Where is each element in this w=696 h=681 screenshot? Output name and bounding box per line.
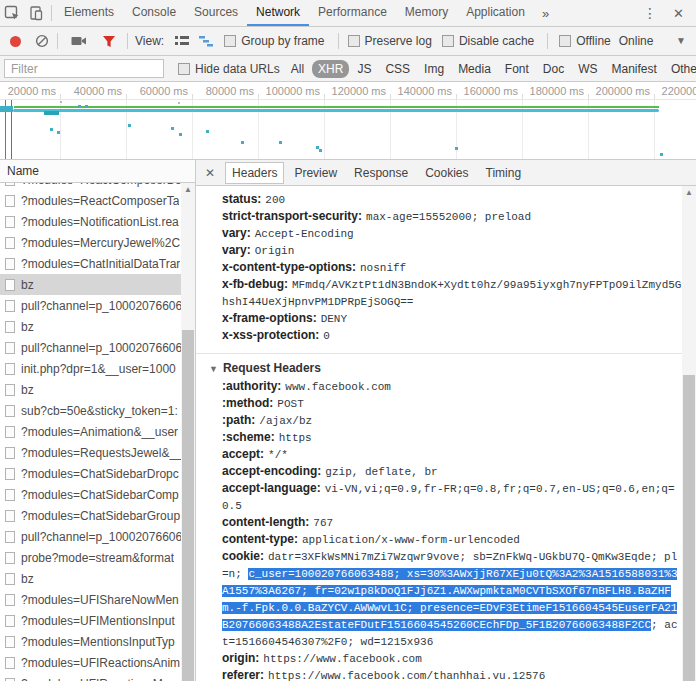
header-line[interactable]: origin:https://www.facebook.com	[196, 650, 682, 667]
request-row[interactable]: init.php?dpr=1&__user=1000	[0, 358, 181, 379]
request-row[interactable]: ?modules=Animation&__user	[0, 421, 181, 442]
header-line[interactable]: vary:Accept-Encoding	[196, 225, 682, 242]
group-by-frame-checkbox[interactable]: Group by frame	[224, 34, 324, 48]
devtools-tab[interactable]: Application	[457, 0, 534, 26]
offline-checkbox[interactable]: Offline	[559, 34, 610, 48]
header-line[interactable]: :method:POST	[196, 395, 682, 412]
checkbox-icon[interactable]	[559, 35, 571, 47]
request-headers-section[interactable]: ▼Request Headers	[196, 353, 682, 378]
request-row[interactable]: pull?channel=p_10002076606	[0, 295, 181, 316]
request-row[interactable]: pull?channel=p_10002076606	[0, 337, 181, 358]
screenshot-camera-icon[interactable]	[67, 30, 91, 52]
details-tab[interactable]: Timing	[479, 162, 529, 184]
header-line[interactable]: x-xss-protection:0	[196, 327, 682, 344]
request-row[interactable]: ?modules=UFIMentionsInput	[0, 610, 181, 631]
clear-icon[interactable]	[30, 30, 54, 52]
details-tab[interactable]: Preview	[287, 162, 344, 184]
header-line[interactable]: referer:https://www.facebook.com/thanhha…	[196, 667, 682, 681]
view-waterfall-icon[interactable]	[194, 30, 218, 52]
device-toolbar-icon[interactable]	[24, 2, 48, 24]
checkbox-icon[interactable]	[442, 35, 454, 47]
details-scrollbar[interactable]: ▲	[682, 186, 696, 681]
request-row[interactable]: ?modules=ReactComposerBo	[0, 183, 181, 190]
filter-chip[interactable]: XHR	[312, 60, 349, 78]
header-line[interactable]: :scheme:https	[196, 429, 682, 446]
header-line[interactable]: accept-language:vi-VN,vi;q=0.9,fr-FR;q=0…	[196, 480, 682, 514]
checkbox-icon[interactable]	[224, 35, 236, 47]
timeline-ruler[interactable]: 20000 ms40000 ms60000 ms80000 ms100000 m…	[0, 82, 696, 100]
details-tab[interactable]: Response	[347, 162, 415, 184]
disable-cache-checkbox[interactable]: Disable cache	[442, 34, 534, 48]
devtools-tab[interactable]: Sources	[185, 0, 247, 26]
more-tabs-icon[interactable]: »	[534, 6, 557, 21]
header-line[interactable]: status:200	[196, 191, 682, 208]
view-list-icon[interactable]	[170, 30, 194, 52]
name-column-header[interactable]: Name	[0, 160, 195, 183]
devtools-tab[interactable]: Performance	[309, 0, 396, 26]
record-icon[interactable]	[10, 36, 21, 47]
request-row[interactable]: bz	[0, 379, 181, 400]
request-row[interactable]: ?modules=UFIReactionsAnim	[0, 652, 181, 673]
header-line[interactable]: accept-encoding:gzip, deflate, br	[196, 463, 682, 480]
filter-chip[interactable]: Img	[418, 60, 450, 78]
request-row[interactable]: ?modules=ChatInitialDataTrar	[0, 253, 181, 274]
inspect-element-icon[interactable]	[0, 2, 24, 24]
request-row[interactable]: ?modules=ReactComposerTa	[0, 190, 181, 211]
header-line[interactable]: x-frame-options:DENY	[196, 310, 682, 327]
filter-chip[interactable]: JS	[351, 60, 377, 78]
request-row[interactable]: ?modules=ChatSidebarDropc	[0, 463, 181, 484]
request-row[interactable]: ?modules=NotificationList.rea	[0, 211, 181, 232]
filter-input[interactable]	[4, 59, 164, 78]
header-line[interactable]: strict-transport-security:max-age=155520…	[196, 208, 682, 225]
hide-data-urls-checkbox[interactable]: Hide data URLs	[178, 62, 280, 76]
request-row[interactable]: ?modules=ChatSidebarComp	[0, 484, 181, 505]
details-tab[interactable]: Cookies	[418, 162, 475, 184]
request-row[interactable]: pull?channel=p_10002076606	[0, 526, 181, 547]
network-overview[interactable]	[0, 100, 696, 160]
checkbox-icon[interactable]	[348, 35, 360, 47]
preserve-log-checkbox[interactable]: Preserve log	[348, 34, 432, 48]
header-line[interactable]: content-type:application/x-www-form-urle…	[196, 531, 682, 548]
scrollbar-thumb[interactable]	[683, 375, 695, 681]
close-details-icon[interactable]: ✕	[196, 166, 225, 180]
header-line[interactable]: x-content-type-options:nosniff	[196, 259, 682, 276]
devtools-tab[interactable]: Memory	[396, 0, 457, 26]
request-row[interactable]: ?modules=MercuryJewel%2C	[0, 232, 181, 253]
header-line[interactable]: x-fb-debug:MFmdq/AVKztPt1dN3BndoK+Xydtt0…	[196, 276, 682, 310]
devtools-tab[interactable]: Elements	[55, 0, 123, 26]
scroll-up-icon[interactable]: ▲	[682, 186, 696, 199]
header-line[interactable]: accept:*/*	[196, 446, 682, 463]
devtools-menu-icon[interactable]: ⋮	[633, 5, 667, 21]
request-row[interactable]: ?modules=RequestsJewel&__	[0, 442, 181, 463]
filter-chip[interactable]: Manifest	[606, 60, 663, 78]
request-row[interactable]: bz	[0, 274, 181, 295]
filter-chip[interactable]: All	[285, 60, 310, 78]
scrollbar-thumb[interactable]	[182, 330, 194, 681]
scroll-up-icon[interactable]: ▲	[181, 183, 195, 196]
request-row[interactable]: ?modules=UFIReactionsMen	[0, 673, 181, 681]
header-line[interactable]: :authority:www.facebook.com	[196, 378, 682, 395]
throttling-select[interactable]: Online	[619, 34, 654, 48]
devtools-tab[interactable]: Console	[123, 0, 185, 26]
header-line[interactable]: cookie:datr=3XFkWsMNi7mZi7Wzqwr9vove; sb…	[196, 548, 682, 650]
filter-chip[interactable]: Other	[665, 60, 696, 78]
header-line[interactable]: vary:Origin	[196, 242, 682, 259]
request-list-scrollbar[interactable]: ▲	[181, 183, 195, 681]
collapse-triangle-icon[interactable]: ▼	[209, 364, 218, 374]
devtools-tab[interactable]: Network	[247, 0, 309, 26]
request-row[interactable]: probe?mode=stream&format	[0, 547, 181, 568]
checkbox-icon[interactable]	[178, 63, 190, 75]
request-row[interactable]: ?modules=ChatSidebarGroup	[0, 505, 181, 526]
filter-chip[interactable]: Font	[499, 60, 535, 78]
filter-chip[interactable]: CSS	[379, 60, 416, 78]
details-tab[interactable]: Headers	[225, 162, 284, 184]
filter-funnel-icon[interactable]	[97, 30, 121, 52]
filter-chip[interactable]: Doc	[537, 60, 570, 78]
request-row[interactable]: bz	[0, 316, 181, 337]
request-row[interactable]: ?modules=MentionsInputTyp	[0, 631, 181, 652]
request-row[interactable]: sub?cb=50e&sticky_token=1:	[0, 400, 181, 421]
filter-chip[interactable]: WS	[572, 60, 603, 78]
header-line[interactable]: content-length:767	[196, 514, 682, 531]
throttling-dropdown-arrow-icon[interactable]: ▼	[676, 35, 686, 46]
request-row[interactable]: ?modules=UFIShareNowMen	[0, 589, 181, 610]
